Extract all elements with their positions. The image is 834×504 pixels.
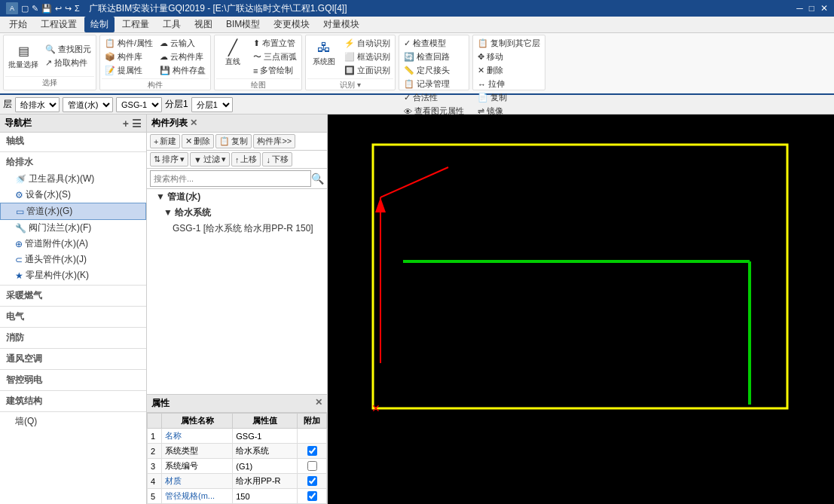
tree-item-misc[interactable]: ★ 零星构件(水)(K) <box>0 267 146 283</box>
middle-panel-close[interactable]: ✕ <box>190 118 197 128</box>
component-lib-open-button[interactable]: 构件库>> <box>253 134 295 148</box>
red-x-marker: ✕ <box>371 402 380 414</box>
move-up-button[interactable]: ↑ 上移 <box>231 152 261 166</box>
props-close[interactable]: ✕ <box>315 397 322 410</box>
tree-item-sanitary[interactable]: 🚿 卫生器具(水)(W) <box>0 171 146 187</box>
prop-check-5[interactable] <box>298 489 327 504</box>
tree-item-equipment[interactable]: ⚙ 设备(水)(S) <box>0 187 146 203</box>
menu-tools[interactable]: 工具 <box>157 17 187 32</box>
comp-tree-gsg1[interactable]: GSG-1 [给水系统 给水用PP-R 150] <box>147 221 327 237</box>
comp-tree-pipe-water[interactable]: ▼ 管道(水) <box>147 189 327 205</box>
component-properties-button[interactable]: 📋 构件/属性 <box>102 37 156 50</box>
sort-button[interactable]: ⇅ 排序 ▾ <box>150 152 188 166</box>
system-diagram-button[interactable]: 🖧 系统图 <box>307 37 341 69</box>
tree-item-valve[interactable]: 🔧 阀门法兰(水)(F) <box>0 220 146 236</box>
menu-project-settings[interactable]: 工程设置 <box>35 17 83 32</box>
ribbon-group-identify: 🖧 系统图 ⚡ 自动识别 ⬜ 框选识别 🔲 立面识别 识别 ▾ <box>305 35 396 90</box>
left-sidebar: 导航栏 + ☰ 轴线 给排水 🚿 卫生器具(水)(W) ⚙ 设备(水)(S) ▭… <box>0 115 147 504</box>
elevation-identify-button[interactable]: 🔲 立面识别 <box>341 64 393 77</box>
cloud-input-button[interactable]: ☁ 云输入 <box>157 37 209 50</box>
close-button[interactable]: ✕ <box>820 3 828 14</box>
menu-view[interactable]: 视图 <box>188 17 218 32</box>
stretch-button[interactable]: ↔ 拉伸 <box>475 78 508 90</box>
move-button[interactable]: ✥ 移动 <box>475 50 506 63</box>
tree-section-plumbing: 给排水 <box>0 154 146 171</box>
check-circuit-button[interactable]: 🔄 检查回路 <box>401 50 453 63</box>
prop-check-4[interactable] <box>298 474 327 489</box>
multi-pipe-button[interactable]: ≡ 多管绘制 <box>250 64 300 77</box>
prop-name-5[interactable]: 管径规格(m... <box>162 489 233 504</box>
menu-draw[interactable]: 绘制 <box>84 17 115 32</box>
auto-identify-button[interactable]: ⚡ 自动识别 <box>341 37 393 50</box>
move-down-button[interactable]: ↓ 下移 <box>262 152 292 166</box>
prop-check-3[interactable] <box>298 459 327 474</box>
nav-add-icon[interactable]: + <box>123 118 129 130</box>
tree-item-pipe[interactable]: ▭ 管道(水)(G) <box>0 203 146 220</box>
prop-name-4[interactable]: 材质 <box>162 474 233 489</box>
prop-check-2[interactable] <box>298 444 327 459</box>
table-row: 3 系统编号 (G1) <box>148 459 327 474</box>
row-index-4: 4 <box>148 474 162 489</box>
filter-button[interactable]: ▼ 过滤 ▾ <box>190 152 230 166</box>
cloud-lib-button[interactable]: ☁ 云构件库 <box>157 50 209 63</box>
place-vertical-button[interactable]: ⬆ 布置立管 <box>250 37 300 50</box>
type-select[interactable]: 管道(水) <box>63 97 113 112</box>
comp-tree-water-supply[interactable]: ▼ 给水系统 <box>147 205 327 221</box>
title-icon-2: ✎ <box>32 4 38 14</box>
checkbox-3[interactable] <box>307 461 317 471</box>
layer-select[interactable]: 给排水 <box>15 97 60 112</box>
find-element-button[interactable]: 🔍 查找图元 <box>42 43 94 56</box>
menu-quantity-compare[interactable]: 对量模块 <box>317 17 365 32</box>
component-lib-button[interactable]: 📦 构件库 <box>102 50 156 63</box>
dimension-joint-button[interactable]: 📏 定尺接头 <box>401 64 453 77</box>
delete-component-button[interactable]: ✕ 删除 <box>182 134 214 148</box>
batch-select-label: 批量选择 <box>8 60 38 70</box>
place-vert-icon: ⬆ <box>253 38 260 48</box>
system-diagram-icon: 🖧 <box>315 38 333 57</box>
prop-name-1[interactable]: 名称 <box>162 429 233 444</box>
pick-component-button[interactable]: ↗ 拾取构件 <box>42 57 94 69</box>
menu-quantities[interactable]: 工程量 <box>116 17 155 32</box>
new-icon: + <box>154 137 158 146</box>
legal-label: 合法性 <box>413 92 438 103</box>
menu-change[interactable]: 变更模块 <box>267 17 316 32</box>
straight-line-button[interactable]: ╱ 直线 <box>216 37 249 69</box>
copy-button[interactable]: 📄 复制 <box>475 91 510 104</box>
tree-item-pipe-accessory[interactable]: ⊕ 管道附件(水)(A) <box>0 236 146 252</box>
pipe-label: 管道(水)(G) <box>26 205 72 218</box>
search-input[interactable] <box>150 170 311 187</box>
tree-item-wall[interactable]: 墙(Q) <box>0 414 146 429</box>
prop-name-2: 系统类型 <box>162 444 233 459</box>
checkbox-2[interactable] <box>307 446 317 456</box>
copy-component-button[interactable]: 📋 复制 <box>215 134 252 148</box>
checkbox-4[interactable] <box>307 476 317 486</box>
new-component-button[interactable]: + 新建 <box>150 134 180 148</box>
save-component-button[interactable]: 💾 构件存盘 <box>157 64 209 77</box>
frame-identify-button[interactable]: ⬜ 框选识别 <box>341 50 393 63</box>
menu-start[interactable]: 开始 <box>3 17 33 32</box>
tree-section-structure: 建筑结构 <box>0 393 146 410</box>
tree-section-fire: 消防 <box>0 329 146 347</box>
col-name: 属性名称 <box>162 414 233 429</box>
three-point-arc-button[interactable]: 〜 三点画弧 <box>250 50 300 63</box>
raise-properties-button[interactable]: 📝 提属性 <box>102 64 156 77</box>
ribbon-group-draw-label: 绘图 <box>216 78 300 90</box>
checkbox-5[interactable] <box>307 491 317 501</box>
menu-bim[interactable]: BIM模型 <box>220 17 266 32</box>
nav-list-icon[interactable]: ☰ <box>132 118 142 130</box>
level-select[interactable]: 分层1 <box>191 97 233 112</box>
maximize-button[interactable]: □ <box>809 3 814 14</box>
component-select[interactable]: GSG-1 <box>116 97 162 112</box>
tree-item-connector[interactable]: ⊂ 通头管件(水)(J) <box>0 252 146 267</box>
batch-select-button[interactable]: ▤ 批量选择 <box>5 40 41 72</box>
canvas-area[interactable]: ✕ <box>328 115 834 504</box>
delete-button[interactable]: ✕ 删除 <box>475 64 506 77</box>
sort-icon: ⇅ <box>154 154 160 164</box>
check-model-button[interactable]: ✓ 检查模型 <box>401 37 449 50</box>
copy-to-floor-button[interactable]: 📋 复制到其它层 <box>475 37 543 50</box>
record-mgmt-button[interactable]: 📋 记录管理 <box>401 78 453 90</box>
level-label: 分层1 <box>165 98 188 111</box>
minimize-button[interactable]: ─ <box>796 3 803 14</box>
search-icon[interactable]: 🔍 <box>311 173 324 185</box>
legality-button[interactable]: ✓ 合法性 <box>401 91 441 104</box>
